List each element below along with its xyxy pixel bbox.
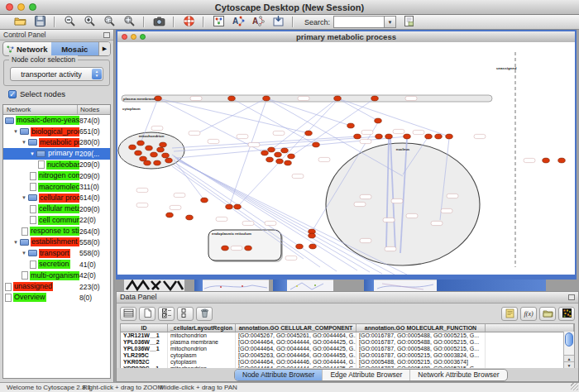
background-window[interactable]: [273, 280, 287, 291]
graph-node[interactable]: [375, 118, 382, 123]
tree-row[interactable]: secretion41(0): [3, 259, 110, 270]
tree-row[interactable]: mosaic-demo-yeast874(0): [3, 115, 110, 126]
background-window[interactable]: [287, 280, 333, 291]
chevron-down-icon[interactable]: ▼: [384, 17, 395, 27]
graph-node[interactable]: [160, 142, 167, 147]
tree-row[interactable]: macromolecule311(0): [3, 181, 110, 192]
column-header[interactable]: _cellularLayoutRegion: [168, 324, 236, 332]
new-document-button[interactable]: [139, 307, 156, 321]
graph-node[interactable]: [165, 158, 173, 163]
background-window[interactable]: [364, 280, 374, 291]
tab-node-attribute-browser[interactable]: Node Attribute Browser: [235, 370, 322, 380]
network-canvas[interactable]: plasma membranecytoplasmmitochondrionnuc…: [117, 42, 575, 275]
column-header[interactable]: annotation.GO MOLECULAR_FUNCTION: [356, 324, 486, 332]
more-tabs-arrow-icon[interactable]: ▶: [98, 42, 110, 55]
graph-node[interactable]: [226, 204, 233, 209]
table-row[interactable]: YKR052Ccytoplasm[GO:0044464, GO:0044446,…: [121, 359, 574, 366]
graph-node[interactable]: [162, 153, 170, 158]
graph-node[interactable]: [155, 96, 162, 101]
graph-node[interactable]: [334, 96, 342, 101]
graph-node[interactable]: [543, 158, 550, 163]
column-header[interactable]: annotation.GO CELLULAR_COMPONENT: [236, 324, 356, 332]
tab-network-attribute-browser[interactable]: Network Attribute Browser: [409, 370, 506, 380]
graph-node[interactable]: [435, 134, 443, 139]
graph-node[interactable]: [309, 244, 317, 249]
graph-node[interactable]: [285, 160, 292, 165]
graph-node[interactable]: [275, 152, 282, 157]
graph-node[interactable]: [234, 204, 242, 209]
tab-mosaic[interactable]: Mosaic: [51, 42, 99, 55]
background-window[interactable]: [194, 280, 203, 291]
graph-node[interactable]: [268, 147, 275, 152]
graph-node[interactable]: [558, 158, 566, 163]
background-window[interactable]: [203, 280, 269, 291]
graph-node[interactable]: [425, 134, 433, 139]
tree-row[interactable]: ▼establishment of lo558(0): [3, 237, 110, 247]
graph-node[interactable]: [166, 213, 174, 218]
table-button[interactable]: [120, 307, 136, 321]
graph-node[interactable]: [222, 246, 229, 251]
expander-icon[interactable]: ▼: [22, 140, 28, 145]
expander-icon[interactable]: ▼: [13, 240, 20, 245]
background-window[interactable]: [437, 280, 546, 291]
tree-row[interactable]: ▼biological_process651(0): [3, 126, 110, 136]
help-button[interactable]: [179, 15, 198, 29]
graph-node[interactable]: [371, 96, 379, 101]
graph-node[interactable]: [261, 151, 269, 155]
tree-row[interactable]: cell communicat22(0): [3, 215, 110, 226]
graph-node[interactable]: [354, 134, 361, 139]
tab-network[interactable]: Network: [3, 42, 51, 55]
graph-node[interactable]: [146, 146, 153, 151]
zoom-selected-button[interactable]: [100, 15, 118, 29]
select-nodes-checkbox[interactable]: ✓: [8, 90, 17, 98]
annotation-button[interactable]: [209, 15, 227, 29]
notepad-button[interactable]: [501, 307, 518, 321]
tree-row[interactable]: cellular metabol209(0): [3, 203, 110, 214]
graph-node[interactable]: [157, 147, 165, 152]
background-window[interactable]: [374, 280, 437, 291]
graph-node[interactable]: [245, 246, 252, 251]
select-all-button[interactable]: [158, 307, 175, 321]
expander-icon[interactable]: ▼: [22, 195, 28, 200]
graph-node[interactable]: [376, 134, 383, 139]
open-folder-button[interactable]: [539, 307, 556, 321]
tree-row[interactable]: nitrogen compo209(0): [3, 170, 110, 181]
graph-node[interactable]: [276, 159, 284, 164]
snapshot-button[interactable]: [150, 15, 168, 29]
table-scrollbar[interactable]: ▲ ▼: [563, 332, 574, 370]
graph-node[interactable]: [296, 244, 304, 249]
graph-node[interactable]: [154, 160, 161, 165]
tree-row[interactable]: Overview8(0): [3, 292, 110, 303]
matrix-button[interactable]: [558, 307, 575, 321]
zoom-fit-button[interactable]: [120, 15, 138, 29]
table-row[interactable]: YPL036W__2plasma membrane[GO:0044464, GO…: [121, 339, 574, 346]
graph-node[interactable]: [281, 148, 289, 153]
expander-icon[interactable]: ▼: [22, 251, 28, 256]
graph-node[interactable]: [347, 123, 355, 128]
graph-node[interactable]: [263, 96, 270, 101]
float-panel-icon[interactable]: [568, 294, 575, 300]
search-input[interactable]: [334, 17, 384, 27]
delete-button[interactable]: [196, 307, 213, 321]
graph-node[interactable]: [385, 134, 393, 139]
graph-node[interactable]: [288, 154, 295, 159]
expander-icon[interactable]: ▼: [30, 151, 36, 156]
graph-node[interactable]: [135, 151, 142, 155]
resize-grip[interactable]: [571, 383, 578, 390]
zoom-out-button[interactable]: [60, 15, 79, 29]
background-window[interactable]: [124, 280, 184, 291]
tree-row[interactable]: ▼metabolic process280(0): [3, 137, 110, 148]
graph-node[interactable]: [137, 141, 145, 146]
graph-node[interactable]: [129, 145, 136, 150]
graph-node[interactable]: [228, 96, 236, 101]
unselect-all-button[interactable]: [177, 307, 194, 321]
tree-row[interactable]: ▼transport558(0): [3, 248, 110, 259]
expander-icon[interactable]: ▼: [13, 129, 20, 134]
function-button[interactable]: f(x): [520, 307, 537, 321]
tree-row[interactable]: response to stimulu264(0): [3, 226, 110, 237]
tree-row[interactable]: ▼cellular process614(0): [3, 193, 110, 203]
tree-row[interactable]: nucleobase-209(0): [3, 160, 110, 170]
import-button[interactable]: [269, 15, 287, 29]
float-panel-icon[interactable]: [103, 32, 110, 38]
scrollbar-thumb[interactable]: [565, 332, 573, 347]
